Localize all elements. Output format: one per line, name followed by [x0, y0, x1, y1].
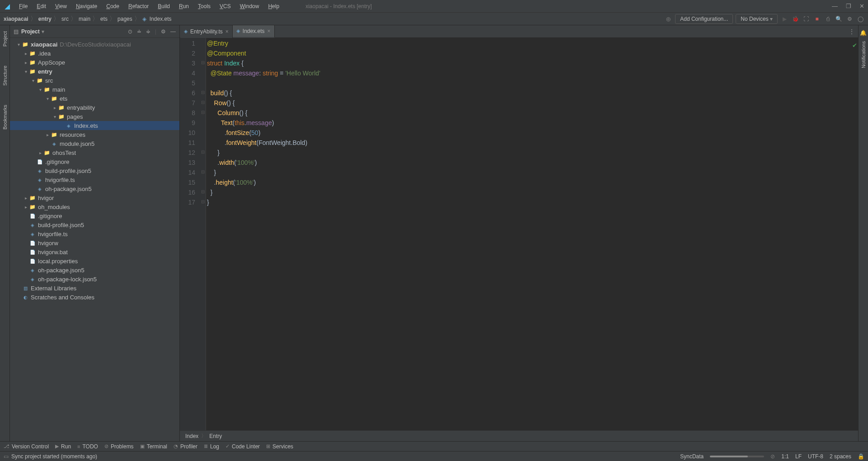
panel-title[interactable]: Project — [21, 28, 40, 35]
locate-icon[interactable]: ⊙ — [128, 28, 132, 35]
sync-cancel-icon[interactable]: ⊘ — [770, 453, 775, 460]
project-tree[interactable]: ▾📁xiaopacaiD:\DevEcoStudio\xiaopacai▸📁.i… — [10, 38, 179, 441]
tree-arrow-icon[interactable]: ▾ — [52, 114, 58, 119]
tree-arrow-icon[interactable]: ▸ — [23, 196, 29, 200]
menu-vcs[interactable]: VCS — [216, 2, 235, 11]
menu-build[interactable]: Build — [154, 2, 174, 11]
editor-area[interactable]: 1234567891011121314151617 ⊟⊟⊟⊟⊟⊟⊟⊟ ✔ @En… — [180, 38, 858, 430]
code-line[interactable]: } — [207, 187, 858, 197]
close-icon[interactable]: ✕ — [859, 3, 864, 9]
tree-row[interactable]: ▸📁oh_modules — [10, 202, 179, 211]
menu-help[interactable]: Help — [264, 2, 283, 11]
search-icon[interactable]: 🔍 — [835, 15, 843, 23]
bottom-tab-code-linter[interactable]: ✓Code Linter — [225, 443, 260, 450]
bottom-tab-run[interactable]: ▶Run — [55, 443, 71, 450]
collapse-icon[interactable]: ≑ — [146, 28, 150, 35]
tree-arrow-icon[interactable]: ▾ — [23, 69, 29, 74]
editor-tab[interactable]: ◈EntryAbility.ts× — [180, 25, 233, 38]
tree-row[interactable]: ▸📁entryability — [10, 103, 179, 112]
cursor-position[interactable]: 1:1 — [781, 453, 789, 460]
status-icon[interactable]: ▭ — [4, 453, 9, 460]
rail-notifications[interactable]: Notifications — [861, 39, 866, 70]
devices-dropdown[interactable]: No Devices — [736, 14, 778, 24]
tree-row[interactable]: ◈build-profile.json5 — [10, 220, 179, 229]
tree-arrow-icon[interactable]: ▸ — [44, 132, 51, 137]
code-line[interactable]: .width('100%') — [207, 158, 858, 168]
code-line[interactable]: @Entry — [207, 38, 858, 48]
code-line[interactable]: Column() { — [207, 108, 858, 118]
code-line[interactable]: build() { — [207, 88, 858, 98]
tree-row[interactable]: ◐Scratches and Consoles — [10, 293, 179, 302]
code-line[interactable]: .fontSize(50) — [207, 128, 858, 138]
tree-row[interactable]: ▸📁.idea — [10, 49, 179, 58]
tree-row[interactable]: ◈hvigorfile.ts — [10, 229, 179, 238]
breadcrumb-item[interactable]: main — [79, 16, 90, 22]
breadcrumb-item[interactable]: src — [61, 16, 69, 22]
debug-icon[interactable]: 🐞 — [791, 15, 799, 23]
rail-structure[interactable]: Structure — [2, 63, 8, 88]
breadcrumb-item[interactable]: xiaopacai — [4, 16, 28, 22]
rail-project[interactable]: Project — [2, 29, 8, 49]
editor-crumb[interactable]: Entry — [209, 433, 222, 439]
tree-row[interactable]: ▸📁ohosTest — [10, 148, 179, 157]
tab-menu-icon[interactable]: ⋮ — [845, 28, 858, 35]
menu-file[interactable]: File — [15, 2, 31, 11]
tree-row[interactable]: 📄.gitignore — [10, 157, 179, 166]
editor-tab[interactable]: ◈Index.ets× — [233, 25, 275, 38]
code-line[interactable]: struct Index { — [207, 58, 858, 68]
tree-arrow-icon[interactable]: ▸ — [52, 105, 58, 110]
breadcrumb-item[interactable]: ets — [100, 16, 108, 22]
menu-refactor[interactable]: Refactor — [125, 2, 152, 11]
code-line[interactable]: Text(this.message) — [207, 118, 858, 128]
tree-arrow-icon[interactable]: ▸ — [23, 60, 29, 65]
code-line[interactable]: } — [207, 148, 858, 158]
code-line[interactable]: @Component — [207, 48, 858, 58]
tree-arrow-icon[interactable]: ▾ — [15, 42, 22, 47]
tab-close-icon[interactable]: × — [225, 28, 229, 35]
code-line[interactable]: } — [207, 197, 858, 207]
panel-hide-icon[interactable]: — — [170, 28, 176, 35]
tree-arrow-icon[interactable]: ▸ — [37, 150, 43, 155]
project-dropdown-icon[interactable]: ▾ — [42, 28, 44, 35]
tree-row[interactable]: ◈module.json5 — [10, 139, 179, 148]
inspection-ok-icon[interactable]: ✔ — [852, 41, 857, 51]
menu-code[interactable]: Code — [103, 2, 123, 11]
tree-arrow-icon[interactable]: ▾ — [44, 96, 51, 101]
panel-settings-icon[interactable]: ⚙ — [161, 28, 166, 35]
breadcrumb-item[interactable]: entry — [38, 16, 52, 22]
code-line[interactable]: } — [207, 168, 858, 177]
bottom-tab-version-control[interactable]: ⎇Version Control — [4, 443, 49, 450]
tree-row[interactable]: ◈oh-package.json5 — [10, 265, 179, 275]
code-line[interactable]: .height('100%') — [207, 177, 858, 187]
bottom-tab-todo[interactable]: ≡TODO — [77, 443, 98, 450]
add-configuration-button[interactable]: Add Configuration... — [675, 14, 733, 24]
menu-navigate[interactable]: Navigate — [72, 2, 101, 11]
tree-row[interactable]: 📄hvigorw.bat — [10, 247, 179, 256]
tree-row[interactable]: ◈Index.ets — [10, 121, 179, 130]
tree-row[interactable]: ◈oh-package.json5 — [10, 184, 179, 193]
bottom-tab-problems[interactable]: ⊘Problems — [104, 443, 134, 450]
bottom-tab-log[interactable]: ≣Log — [204, 443, 219, 450]
tree-row[interactable]: 📄.gitignore — [10, 211, 179, 220]
code-line[interactable]: @State message: string = 'Hello World' — [207, 68, 858, 78]
maximize-icon[interactable]: ❐ — [846, 3, 851, 9]
menu-tools[interactable]: Tools — [194, 2, 214, 11]
bottom-tab-terminal[interactable]: ▣Terminal — [140, 443, 167, 450]
breadcrumb-item[interactable]: pages — [117, 16, 132, 22]
tree-row[interactable]: ▾📁src — [10, 76, 179, 85]
tree-row[interactable]: ▾📁ets — [10, 94, 179, 103]
target-icon[interactable]: ◎ — [664, 15, 672, 23]
code-line[interactable] — [207, 78, 858, 88]
bottom-tab-services[interactable]: ⊞Services — [266, 443, 293, 450]
tree-row[interactable]: 📄hvigorw — [10, 238, 179, 247]
run-icon[interactable]: ▶ — [780, 15, 788, 23]
lock-icon[interactable]: 🔒 — [858, 453, 864, 460]
attach-icon[interactable]: ⎙ — [824, 15, 832, 23]
tree-row[interactable]: ▾📁xiaopacaiD:\DevEcoStudio\xiaopacai — [10, 40, 179, 49]
encoding[interactable]: UTF-8 — [808, 453, 823, 460]
profile-icon[interactable]: ◯ — [856, 15, 864, 23]
tree-row[interactable]: ▾📁pages — [10, 112, 179, 121]
menu-run[interactable]: Run — [175, 2, 192, 11]
tree-row[interactable]: ◈hvigorfile.ts — [10, 175, 179, 184]
tree-row[interactable]: ▥External Libraries — [10, 284, 179, 293]
